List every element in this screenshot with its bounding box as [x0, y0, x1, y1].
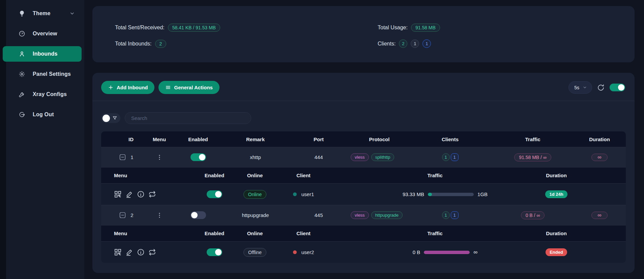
col-header-menu: Menu	[147, 136, 172, 142]
protocol-tag: vless	[351, 153, 369, 161]
qr-code-icon[interactable]	[114, 248, 122, 256]
client-name: user1	[301, 191, 314, 197]
general-actions-button[interactable]: General Actions	[158, 81, 219, 94]
client-count-badge: 1	[451, 153, 459, 161]
reset-traffic-icon[interactable]	[148, 248, 156, 256]
col-header-protocol: Protocol	[351, 136, 408, 142]
refresh-icon[interactable]	[597, 84, 605, 91]
client-name: user2	[301, 249, 314, 255]
client-color-dot	[293, 192, 297, 196]
online-status-badge: Online	[243, 190, 266, 199]
traffic-pill: 91.58 MB / ∞	[514, 153, 551, 161]
sidebar-item-log-out[interactable]: Log Out	[3, 107, 82, 122]
filter-toggle[interactable]	[101, 113, 120, 123]
reset-traffic-icon[interactable]	[148, 190, 156, 198]
client-enabled-toggle[interactable]	[207, 190, 222, 198]
col-header-traffic: Traffic	[492, 136, 573, 142]
sub-col-header-traffic: Traffic	[337, 230, 533, 236]
traffic-total: ∞	[473, 249, 477, 256]
chevron-down-icon	[583, 85, 587, 90]
client-count-badge: 1	[442, 211, 450, 219]
row-menu-icon[interactable]	[156, 154, 163, 161]
inbound-id: 1	[130, 154, 133, 160]
inbound-port: 445	[287, 212, 351, 218]
total-inbounds-value: 2	[155, 40, 167, 48]
toolbar-divider	[92, 101, 635, 101]
sub-col-header-client: Client	[270, 230, 337, 236]
gear-icon	[19, 71, 25, 78]
sub-col-header-traffic: Traffic	[337, 173, 533, 178]
col-header-enabled: Enabled	[172, 136, 224, 142]
general-actions-label: General Actions	[174, 85, 212, 90]
col-header-remark: Remark	[224, 136, 287, 142]
col-header-id: ID	[101, 136, 147, 142]
auto-refresh-toggle[interactable]	[610, 84, 625, 91]
collapse-row-icon[interactable]	[119, 154, 126, 161]
info-icon[interactable]	[137, 248, 145, 256]
filter-funnel-icon	[112, 116, 117, 121]
traffic-progress-bar	[424, 251, 470, 254]
sidebar-item-xray-configs[interactable]: Xray Configs	[3, 87, 82, 102]
duration-pill: ∞	[591, 212, 607, 219]
clients-count-badge-green: 2	[399, 39, 407, 48]
search-input[interactable]	[125, 112, 251, 124]
refresh-interval-select[interactable]: 5s	[568, 81, 592, 94]
sidebar-item-label: Log Out	[33, 112, 54, 118]
collapse-row-icon[interactable]	[119, 212, 126, 219]
sidebar-item-label: Inbounds	[33, 51, 58, 57]
sidebar-edge-strip	[0, 0, 6, 279]
traffic-used: 0 B	[413, 249, 420, 255]
refresh-interval-value: 5s	[574, 85, 579, 90]
sent-received-value: 58.41 KB / 91.53 MB	[168, 24, 220, 32]
row-menu-icon[interactable]	[156, 212, 163, 219]
col-header-port: Port	[287, 136, 351, 142]
col-header-duration: Duration	[573, 136, 626, 142]
transport-tag: splithttp	[371, 153, 394, 161]
traffic-pill: 0 B / ∞	[521, 211, 545, 219]
inbound-enabled-toggle[interactable]	[191, 153, 206, 161]
inbound-remark: xhttp	[224, 154, 287, 160]
inbounds-table: ID Menu Enabled Remark Port Protocol Cli…	[101, 131, 626, 263]
clients-label: Clients:	[378, 41, 396, 47]
client-row: Offline user2 0 B ∞ Ended	[101, 241, 626, 263]
sub-col-header-menu: Menu	[101, 230, 189, 236]
client-duration-badge: 1d 24h	[545, 190, 567, 198]
sub-col-header-client: Client	[270, 173, 337, 178]
sidebar-item-label: Overview	[33, 31, 57, 37]
inbound-enabled-toggle[interactable]	[191, 211, 206, 219]
sidebar-item-label: Xray Configs	[33, 91, 67, 97]
add-inbound-label: Add Inbound	[117, 85, 148, 90]
client-count-badge: 1	[451, 211, 459, 219]
theme-selector[interactable]: Theme	[3, 6, 82, 21]
sidebar-item-overview[interactable]: Overview	[3, 26, 82, 41]
total-usage-label: Total Usage:	[378, 25, 408, 31]
sidebar-item-panel-settings[interactable]: Panel Settings	[3, 66, 82, 82]
filter-toggle-knob	[103, 115, 110, 122]
logout-icon	[19, 111, 25, 118]
info-icon[interactable]	[137, 190, 145, 198]
client-duration-badge: Ended	[546, 248, 567, 256]
client-enabled-toggle[interactable]	[207, 248, 222, 256]
sub-col-header-enabled: Enabled	[189, 173, 240, 178]
client-subtable-header: Menu Enabled Online Client Traffic Durat…	[101, 225, 626, 241]
edit-icon[interactable]	[125, 190, 133, 198]
sidebar-item-inbounds[interactable]: Inbounds	[3, 46, 82, 62]
inbound-port: 444	[287, 154, 351, 160]
sub-col-header-duration: Duration	[533, 173, 580, 178]
table-row: 2 httpupgrade 445 vless httpupgrade 1 1 …	[101, 205, 626, 225]
edit-icon[interactable]	[125, 248, 133, 256]
qr-code-icon[interactable]	[114, 190, 122, 198]
sub-col-header-enabled: Enabled	[189, 230, 240, 236]
hamburger-icon	[165, 85, 171, 90]
client-subtable-header: Menu Enabled Online Client Traffic Durat…	[101, 167, 626, 183]
add-inbound-button[interactable]: Add Inbound	[101, 81, 154, 94]
stats-card: Total Sent/Received: 58.41 KB / 91.53 MB…	[92, 6, 635, 62]
theme-label: Theme	[33, 10, 51, 17]
plus-icon	[108, 85, 114, 90]
sub-col-header-duration: Duration	[533, 230, 580, 236]
protocol-tag: vless	[351, 211, 369, 219]
duration-pill: ∞	[591, 154, 607, 161]
client-count-badge: 1	[442, 153, 450, 161]
dashboard-icon	[19, 30, 25, 37]
chevron-down-icon	[69, 11, 75, 16]
